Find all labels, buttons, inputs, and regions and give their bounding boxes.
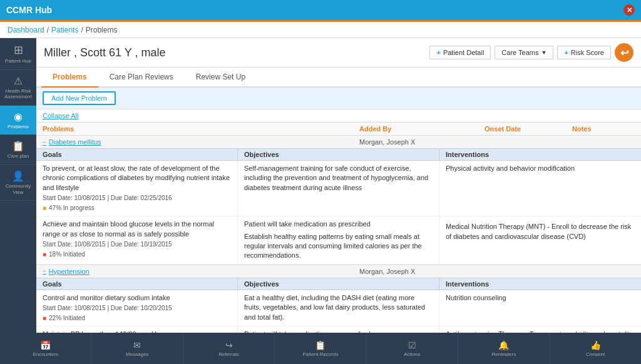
- problem-group-hypertension: − Hypertension Morgan, Joseph X Goals Ob…: [36, 265, 641, 333]
- bottom-nav-reminders[interactable]: 🔔 Reminders: [458, 333, 550, 364]
- app-title: CCMR Hub: [6, 5, 52, 15]
- care-teams-label: Care Teams: [501, 49, 538, 56]
- objective-cell-h2: Patient will take medication as prescrib…: [238, 326, 439, 333]
- reminders-label: Reminders: [491, 351, 516, 357]
- consent-label: Consent: [586, 351, 605, 357]
- top-bar: CCMR Hub ✕: [0, 0, 641, 20]
- patient-action-buttons: + Patient Detail Care Teams ▼ + Risk Sco…: [429, 43, 633, 62]
- sidebar-item-problems[interactable]: ◉ Problems: [0, 106, 36, 136]
- tab-review-set-up[interactable]: Review Set Up: [185, 68, 257, 88]
- sidebar-label-care-plan: Care plan: [8, 153, 29, 159]
- goal-text-diabetes-1: To prevent, or at least slow, the rate o…: [43, 164, 231, 193]
- orange-badge-button[interactable]: ↩: [615, 43, 633, 62]
- content-area: Miller , Scott 61 Y , male + Patient Det…: [36, 38, 641, 333]
- add-new-bar: Add New Problem: [36, 88, 641, 109]
- breadcrumb-sep2: /: [81, 26, 83, 34]
- th-notes: Notes: [572, 125, 635, 133]
- goal-row-hypertension-1: Control and monitor dietary sodium intak…: [36, 290, 641, 326]
- goal-row-diabetes-1: To prevent, or at least slow, the rate o…: [36, 161, 641, 216]
- patient-hub-icon: ⊞: [14, 43, 23, 57]
- breadcrumb: Dashboard / Patients / Problems: [0, 22, 641, 38]
- breadcrumb-dashboard[interactable]: Dashboard: [8, 26, 44, 34]
- sidebar-label-patient-hub: Patient Hub: [5, 58, 31, 64]
- patient-records-icon: 📋: [315, 340, 326, 350]
- th-problems: Problems: [43, 125, 359, 133]
- problem-name-hypertension[interactable]: − Hypertension: [43, 268, 359, 275]
- risk-score-button[interactable]: + Risk Score: [557, 46, 611, 59]
- objective-cell-diabetes-2: Patient will take medication as prescrib…: [238, 216, 439, 264]
- goal-row-hypertension-2: Maintain BP lower than 140/90 mm Hg Star…: [36, 326, 641, 333]
- problem-title-row-diabetes: − Diabetes mellitus Morgan, Joseph X: [36, 136, 641, 148]
- sidebar: ⊞ Patient Hub ⚠ Health Risk Assessment ◉…: [0, 38, 36, 333]
- intervention-cell-h1: Nutrition counseling: [439, 290, 641, 326]
- tabs-bar: Problems Care Plan Reviews Review Set Up: [36, 68, 641, 88]
- interventions-header: Interventions: [439, 149, 641, 160]
- goal-progress-diabetes-1: ■ 47% In progress: [43, 204, 231, 213]
- patient-records-label: Patient Records: [303, 351, 339, 357]
- hypertension-added-by: Morgan, Joseph X: [359, 268, 485, 275]
- close-button[interactable]: ✕: [623, 4, 635, 16]
- objectives-header-h: Objectives: [238, 278, 439, 290]
- collapse-all[interactable]: Collapse All: [36, 109, 641, 122]
- goal-text-diabetes-2: Achieve and maintain blood glucose level…: [43, 220, 231, 239]
- goal-meta-diabetes-2: Start Date: 10/08/2015 | Due Date: 10/19…: [43, 240, 231, 249]
- referrals-label: Referrals: [218, 351, 238, 357]
- intervention-cell-diabetes-2: Medical Nutrition Therapy (MNT) - Enroll…: [439, 216, 641, 264]
- encounters-icon: 📅: [40, 340, 51, 350]
- problem-group-diabetes: − Diabetes mellitus Morgan, Joseph X Goa…: [36, 136, 641, 265]
- bottom-nav-consent[interactable]: 👍 Consent: [550, 333, 641, 364]
- sidebar-label-problems: Problems: [8, 124, 29, 130]
- encounters-label: Encounters: [33, 351, 58, 357]
- th-onset-date: Onset Date: [485, 125, 572, 133]
- goal-meta-diabetes-1: Start Date: 10/08/2015 | Due Date: 02/25…: [43, 194, 231, 203]
- sidebar-label-health-risk: Health Risk Assessment: [1, 88, 35, 100]
- obj-line1-diabetes-2: Patient will take medication as prescrib…: [244, 220, 433, 229]
- objective-cell-h1: Eat a healthy diet, including the DASH d…: [238, 290, 439, 326]
- bottom-nav: 📅 Encounters ✉ Messages ↪ Referrals 📋 Pa…: [0, 333, 641, 364]
- goal-text-h1: Control and monitor dietary sodium intak…: [43, 293, 231, 303]
- bottom-nav-referrals[interactable]: ↪ Referrals: [183, 333, 275, 364]
- care-teams-button[interactable]: Care Teams ▼: [495, 46, 553, 59]
- actions-label: Actions: [404, 351, 420, 357]
- progress-icon-h1: ■: [43, 314, 46, 323]
- goal-start-diabetes-1: Start Date: 10/08/2015: [43, 195, 106, 201]
- bottom-nav-patient-records[interactable]: 📋 Patient Records: [275, 333, 366, 364]
- problem-name-diabetes[interactable]: − Diabetes mellitus: [43, 138, 359, 146]
- tab-problems[interactable]: Problems: [41, 68, 98, 88]
- sidebar-item-community-view[interactable]: 👤 Community View: [0, 165, 36, 201]
- breadcrumb-current: Problems: [86, 26, 118, 34]
- goal-row-diabetes-2: Achieve and maintain blood glucose level…: [36, 216, 641, 265]
- sidebar-item-care-plan[interactable]: 📋 Care plan: [0, 135, 36, 165]
- goals-header: Goals: [36, 149, 238, 160]
- breadcrumb-sep1: /: [47, 26, 49, 34]
- progress-text-diabetes-1: 47% In progress: [49, 204, 95, 213]
- messages-icon: ✉: [133, 340, 141, 350]
- goal-cell-hypertension-1: Control and monitor dietary sodium intak…: [36, 290, 238, 326]
- bottom-nav-actions[interactable]: ☑ Actions: [367, 333, 458, 364]
- breadcrumb-patients[interactable]: Patients: [51, 26, 78, 34]
- community-view-icon: 👤: [12, 170, 24, 182]
- actions-icon: ☑: [408, 340, 416, 350]
- obj-line2-diabetes-2: Establish healthy eating patterns by eat…: [244, 232, 433, 261]
- goal-meta-h1: Start Date: 10/08/2015 | Due Date: 10/20…: [43, 304, 231, 313]
- problems-content: Add New Problem Collapse All Problems Ad…: [36, 88, 641, 333]
- goal-progress-h1: ■ 22% Initiated: [43, 314, 231, 323]
- sidebar-item-patient-hub[interactable]: ⊞ Patient Hub: [0, 38, 36, 70]
- problems-icon: ◉: [14, 111, 23, 123]
- tab-care-plan-reviews[interactable]: Care Plan Reviews: [98, 68, 185, 88]
- goal-due-diabetes-2: Due Date: 10/19/2015: [111, 241, 172, 248]
- patient-detail-plus-icon: +: [436, 49, 440, 56]
- patient-detail-button[interactable]: + Patient Detail: [429, 46, 491, 59]
- bottom-nav-messages[interactable]: ✉ Messages: [91, 333, 183, 364]
- patient-detail-label: Patient Detail: [443, 49, 484, 56]
- problem-title-row-hypertension: − Hypertension Morgan, Joseph X: [36, 265, 641, 278]
- gio-headers-hypertension: Goals Objectives Interventions: [36, 278, 641, 290]
- add-new-problem-button[interactable]: Add New Problem: [43, 91, 116, 105]
- table-headers: Problems Added By Onset Date Notes: [36, 122, 641, 136]
- bottom-nav-encounters[interactable]: 📅 Encounters: [0, 333, 91, 364]
- risk-score-label: Risk Score: [571, 49, 604, 56]
- goal-start-diabetes-2: Start Date: 10/08/2015: [43, 241, 106, 248]
- collapse-icon-hypertension: −: [43, 268, 46, 275]
- goal-due-diabetes-1: Due Date: 02/25/2016: [111, 195, 172, 201]
- sidebar-item-health-risk[interactable]: ⚠ Health Risk Assessment: [0, 70, 36, 106]
